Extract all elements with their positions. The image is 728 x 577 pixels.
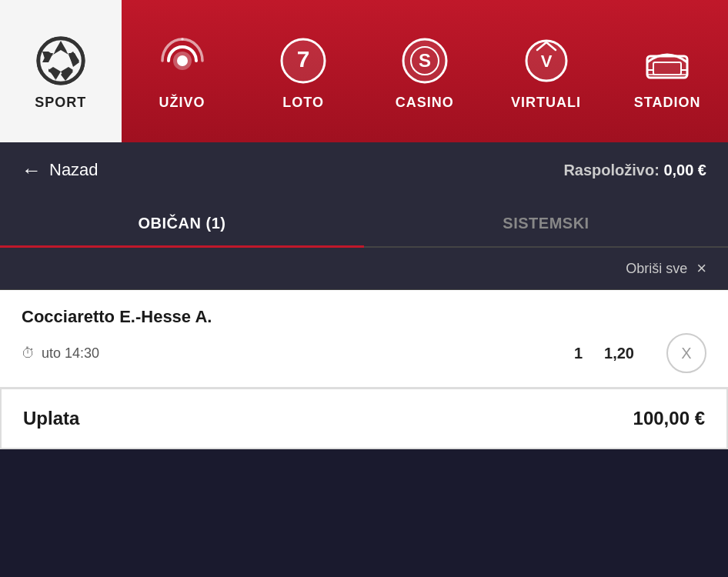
balance-label: Raspoloživo: — [563, 162, 659, 178]
back-label: Nazad — [49, 160, 99, 180]
payment-label: Uplata — [23, 408, 79, 429]
action-row: Obriši sve × — [0, 248, 728, 290]
uzivo-icon — [156, 35, 209, 87]
nav-label-uzivo: UŽIVO — [159, 95, 205, 111]
close-icon[interactable]: × — [696, 258, 706, 278]
balance-value: 0,00 € — [663, 162, 706, 178]
nav-item-sport[interactable]: SPORT — [0, 0, 122, 142]
remove-bet-button[interactable]: X — [666, 333, 706, 373]
bet-odds-area: 1 1,20 X — [574, 333, 706, 373]
back-arrow-icon: ← — [22, 158, 42, 182]
svg-text:V: V — [540, 52, 552, 71]
balance-display: Raspoloživo: 0,00 € — [563, 162, 706, 179]
nav-item-loto[interactable]: 7 LOTO — [242, 0, 364, 142]
payment-amount: 100,00 € — [633, 408, 705, 429]
svg-marker-10 — [68, 53, 79, 67]
bet-details-row: ⏱ uto 14:30 1 1,20 X — [22, 333, 706, 373]
back-button[interactable]: ← Nazad — [22, 158, 99, 182]
nav-label-stadion: STADION — [634, 95, 701, 111]
top-nav: SPORT UŽIVO 7 LOTO — [0, 0, 728, 142]
virtuali-icon: V — [520, 35, 573, 87]
nav-label-casino: CASINO — [396, 95, 454, 111]
nav-item-casino[interactable]: S CASINO — [364, 0, 486, 142]
sport-icon — [35, 35, 87, 87]
bet-time-label: uto 14:30 — [42, 345, 99, 362]
bet-time: ⏱ uto 14:30 — [22, 345, 99, 362]
nav-item-stadion[interactable]: STADION — [606, 0, 728, 142]
header-bar: ← Nazad Raspoloživo: 0,00 € — [0, 142, 728, 198]
nav-label-loto: LOTO — [282, 95, 324, 111]
loto-icon: 7 — [277, 35, 329, 87]
delete-all-button[interactable]: Obriši sve — [626, 261, 687, 277]
svg-point-15 — [177, 55, 188, 66]
svg-text:7: 7 — [297, 46, 310, 72]
svg-text:S: S — [419, 50, 431, 71]
tabs-bar: OBIČAN (1) SISTEMSKI — [0, 198, 728, 248]
tab-obican[interactable]: OBIČAN (1) — [0, 198, 364, 246]
tab-sistemski[interactable]: SISTEMSKI — [364, 198, 728, 246]
bet-match-name: Cocciaretto E.-Hesse A. — [22, 307, 706, 327]
nav-label-sport: SPORT — [35, 95, 86, 111]
stadion-icon — [641, 35, 693, 87]
nav-label-virtuali: VIRTUALI — [511, 95, 581, 111]
casino-icon: S — [399, 35, 451, 87]
bet-type: 1 — [574, 345, 583, 362]
nav-item-virtuali[interactable]: V VIRTUALI — [486, 0, 607, 142]
nav-item-uzivo[interactable]: UŽIVO — [122, 0, 243, 142]
bet-odd-value: 1,20 — [604, 345, 634, 362]
bet-item: Cocciaretto E.-Hesse A. ⏱ uto 14:30 1 1,… — [0, 290, 728, 388]
payment-row: Uplata 100,00 € — [0, 388, 728, 449]
clock-icon: ⏱ — [22, 345, 35, 362]
